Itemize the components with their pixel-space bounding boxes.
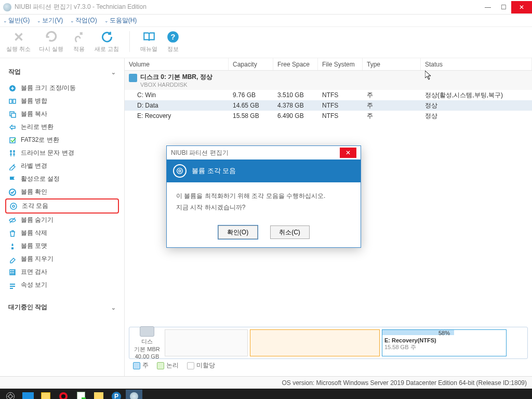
taskbar-item-6[interactable]: P	[108, 390, 125, 399]
sidebar-item-fat32[interactable]: FAT32로 변환	[5, 134, 119, 147]
disk-row[interactable]: 디스크 0: 기본 MBR, 정상 VBOX HARDDISK	[125, 71, 532, 90]
sidebar-pending-header[interactable]: 대기중인 작업 ⌃	[5, 298, 119, 317]
legend-logical-swatch	[157, 362, 164, 369]
sidebar-item-label: 표면 검사	[21, 268, 47, 276]
sidebar-item-label: 볼륨 복사	[21, 110, 47, 118]
disk-map-icon	[140, 326, 154, 337]
menu-view[interactable]: ⌄보기(V)	[37, 16, 63, 25]
svg-point-12	[12, 205, 15, 207]
sidebar-item-delete[interactable]: 볼륨 삭제	[5, 227, 119, 240]
svg-text:?: ?	[171, 32, 176, 41]
dialog-close-button[interactable]: ✕	[340, 148, 356, 158]
resize-icon	[8, 84, 17, 92]
status-text: OS version: Microsoft Windows Server 201…	[282, 379, 527, 387]
menu-work[interactable]: ⌄작업(O)	[70, 16, 97, 25]
refresh-icon	[100, 30, 114, 44]
svg-rect-16	[10, 288, 13, 289]
toolbar-info[interactable]: ? 정보	[166, 30, 180, 53]
disk-title: 디스크 0: 기본 MBR, 정상	[140, 73, 212, 82]
sidebar-item-letter[interactable]: 드라이브 문자 변경	[5, 147, 119, 159]
sidebar-item-hide[interactable]: 볼륨 숨기기	[5, 214, 119, 227]
taskbar-item-5[interactable]	[90, 390, 107, 399]
col-type[interactable]: Type	[363, 58, 421, 70]
volume-row[interactable]: D: Data14.65 GB4.378 GBNTFS주정상	[125, 100, 532, 111]
sidebar-work-header[interactable]: 작업 ⌃	[5, 62, 119, 82]
svg-rect-15	[10, 286, 15, 287]
toolbar-manual[interactable]: 매뉴얼	[140, 30, 157, 53]
sidebar-item-label: 볼륨 지우기	[21, 255, 54, 263]
sidebar: 작업 ⌃ 볼륨 크기 조정/이동볼륨 병합볼륨 복사논리로 변환FAT32로 변…	[0, 58, 125, 376]
menu-general[interactable]: ⌄일반(G)	[3, 16, 30, 25]
toolbar-undo[interactable]: 실행 취소	[6, 30, 31, 53]
defrag-icon	[9, 202, 18, 210]
dialog-heading: 볼륨 조각 모음	[192, 166, 236, 176]
info-icon: ?	[166, 30, 180, 44]
taskbar-item-1[interactable]	[20, 390, 36, 399]
sidebar-item-format[interactable]: 볼륨 포맷	[5, 240, 119, 252]
sidebar-item-label: 드라이브 문자 변경	[21, 149, 74, 157]
dialog-cancel-button[interactable]: 취소(C)	[270, 225, 310, 239]
sidebar-item-check[interactable]: 볼륨 확인	[5, 185, 119, 198]
col-free[interactable]: Free Space	[273, 58, 318, 70]
taskbar-item-3[interactable]	[55, 390, 72, 399]
toolbar-refresh[interactable]: 새로 고침	[95, 30, 119, 53]
manual-icon	[142, 30, 156, 44]
toolbar-apply[interactable]: 적용	[72, 30, 86, 53]
check-icon	[8, 188, 17, 196]
svg-point-8	[10, 150, 12, 152]
dialog-titlebar: NIUBI 파티션 편집기 ✕	[167, 146, 361, 159]
logical-icon	[8, 123, 17, 131]
sidebar-item-merge[interactable]: 볼륨 병합	[5, 95, 119, 108]
sidebar-item-label: 라벨 변경	[21, 162, 47, 170]
menu-help[interactable]: ⌄도움말(H)	[104, 16, 137, 25]
letter-icon	[8, 149, 17, 157]
sidebar-item-defrag[interactable]: 조각 모음	[5, 198, 119, 214]
sidebar-item-props[interactable]: 속성 보기	[5, 278, 119, 291]
svg-rect-3	[9, 99, 12, 103]
sidebar-item-resize[interactable]: 볼륨 크기 조정/이동	[5, 82, 119, 95]
svg-point-23	[179, 170, 181, 172]
partition-hidden-2[interactable]	[250, 329, 380, 356]
surface-icon	[8, 268, 17, 276]
taskbar-item-2[interactable]	[37, 390, 54, 399]
delete-icon	[8, 229, 17, 237]
dialog-ok-button[interactable]: 확인(O)	[218, 225, 258, 239]
maximize-button[interactable]: ☐	[496, 1, 511, 14]
sidebar-item-surface[interactable]: 표면 검사	[5, 265, 119, 278]
sidebar-item-copy[interactable]: 볼륨 복사	[5, 108, 119, 121]
taskbar-item-4[interactable]	[73, 390, 89, 399]
col-capacity[interactable]: Capacity	[229, 58, 273, 70]
app-icon	[3, 3, 11, 11]
col-fs[interactable]: File System	[318, 58, 363, 70]
merge-icon	[8, 97, 17, 105]
sidebar-item-active[interactable]: 활성으로 설정	[5, 172, 119, 185]
redo-icon	[44, 30, 59, 44]
sidebar-item-logical[interactable]: 논리로 변환	[5, 121, 119, 134]
minimize-button[interactable]: —	[480, 1, 496, 14]
dialog-header: 볼륨 조각 모음	[167, 159, 361, 182]
volume-row[interactable]: E: Recovery15.58 GB6.490 GBNTFS주정상	[125, 111, 532, 121]
disk-map-info: 디스 기본 MBR 40.00 GB	[131, 326, 163, 360]
svg-point-19	[61, 394, 65, 398]
partition-recovery[interactable]: 58% E: Recovery(NTFS) 15.58 GB 주	[382, 329, 507, 356]
partition-hidden-1[interactable]	[165, 329, 248, 356]
window-title: NIUBI 파티션 편집기 v7.3.0 - Technician Editio…	[15, 3, 147, 11]
sidebar-item-label[interactable]: 라벨 변경	[5, 159, 119, 172]
toolbar-redo[interactable]: 다시 실행	[39, 30, 63, 53]
sidebar-item-wipe[interactable]: 볼륨 지우기	[5, 252, 119, 265]
statusbar: OS version: Microsoft Windows Server 201…	[0, 376, 532, 389]
col-volume[interactable]: Volume	[125, 58, 229, 70]
close-button[interactable]: ✕	[511, 1, 532, 14]
taskbar-item-active[interactable]	[126, 390, 142, 399]
toolbar: 실행 취소 다시 실행 적용 새로 고침 매뉴얼 ? 정보	[0, 27, 532, 58]
svg-rect-14	[10, 284, 15, 285]
dialog-title: NIUBI 파티션 편집기	[171, 149, 229, 157]
volume-row[interactable]: C: Win9.76 GB3.510 GBNTFS주정상(활성,시스템,부팅,복…	[125, 90, 532, 100]
apply-icon	[72, 30, 86, 44]
start-button[interactable]	[2, 390, 19, 399]
taskbar: P	[0, 389, 532, 399]
dialog-body: 이 볼륨을 최적화하기 위해 조각 모음을 수행하십시오. 지금 시작 하시겠습…	[167, 182, 361, 221]
col-status[interactable]: Status	[421, 58, 532, 70]
legend-primary-swatch	[133, 362, 140, 369]
table-header: Volume Capacity Free Space File System T…	[125, 58, 532, 71]
